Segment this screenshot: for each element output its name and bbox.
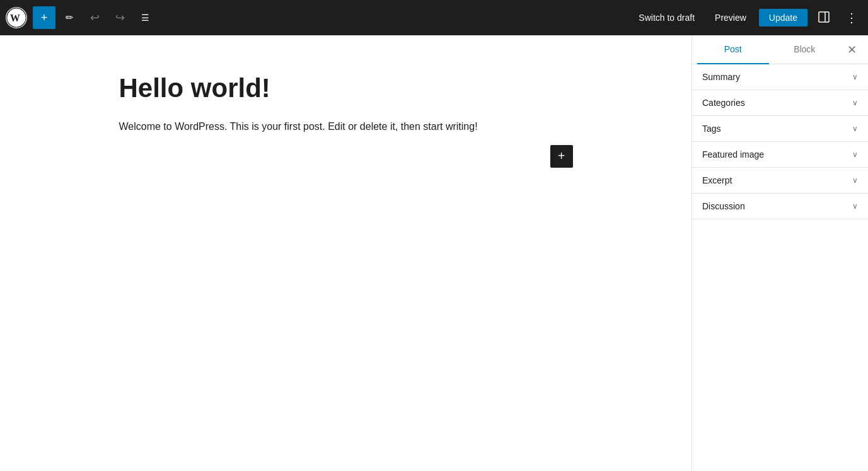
panel-summary: Summary ∨ <box>692 64 868 90</box>
panel-featured-image: Featured image ∨ <box>692 142 868 168</box>
sidebar-close-button[interactable]: ✕ <box>840 38 863 61</box>
undo-button[interactable]: ↩ <box>83 6 106 29</box>
panel-tags-header[interactable]: Tags ∨ <box>692 116 868 141</box>
panel-tags-chevron: ∨ <box>852 124 858 133</box>
redo-button[interactable]: ↪ <box>108 6 131 29</box>
panel-excerpt-title: Excerpt <box>702 175 732 185</box>
svg-rect-2 <box>819 12 829 22</box>
switch-to-draft-button[interactable]: Switch to draft <box>631 9 702 26</box>
panel-tags-title: Tags <box>702 124 721 134</box>
editor-content: Hello world! Welcome to WordPress. This … <box>119 73 573 433</box>
panel-excerpt: Excerpt ∨ <box>692 168 868 194</box>
sidebar-toggle-icon <box>818 11 830 25</box>
svg-text:W: W <box>10 13 20 23</box>
panel-discussion-chevron: ∨ <box>852 202 858 211</box>
panel-summary-title: Summary <box>702 72 740 82</box>
redo-icon: ↪ <box>115 11 125 25</box>
editor-area[interactable]: Hello world! Welcome to WordPress. This … <box>0 35 692 471</box>
sidebar: Post Block ✕ Summary ∨ Categories ∨ Tags… <box>692 35 868 471</box>
toolbar: W + ✏ ↩ ↪ ☰ Switch to draft Preview Upda… <box>0 0 868 35</box>
panel-tags: Tags ∨ <box>692 116 868 142</box>
add-block-button[interactable]: + <box>33 6 55 29</box>
main-layout: Hello world! Welcome to WordPress. This … <box>0 35 868 471</box>
post-body[interactable]: Welcome to WordPress. This is your first… <box>119 119 573 135</box>
panel-excerpt-chevron: ∨ <box>852 176 858 185</box>
tab-block[interactable]: Block <box>769 35 841 64</box>
panel-summary-chevron: ∨ <box>852 73 858 81</box>
panel-featured-image-chevron: ∨ <box>852 150 858 159</box>
preview-button[interactable]: Preview <box>707 9 754 26</box>
panel-discussion: Discussion ∨ <box>692 194 868 219</box>
panel-categories-chevron: ∨ <box>852 98 858 107</box>
panel-summary-header[interactable]: Summary ∨ <box>692 64 868 90</box>
close-icon: ✕ <box>847 43 857 57</box>
post-title[interactable]: Hello world! <box>119 73 573 103</box>
panel-excerpt-header[interactable]: Excerpt ∨ <box>692 168 868 193</box>
wp-logo[interactable]: W <box>5 6 28 29</box>
panel-categories-title: Categories <box>702 98 745 108</box>
panel-discussion-title: Discussion <box>702 201 745 211</box>
undo-icon: ↩ <box>90 11 100 25</box>
panel-categories: Categories ∨ <box>692 90 868 116</box>
inline-add-block-button[interactable]: + <box>550 145 573 168</box>
edit-tool-button[interactable]: ✏ <box>58 6 81 29</box>
list-view-icon: ☰ <box>141 13 149 23</box>
panel-discussion-header[interactable]: Discussion ∨ <box>692 194 868 219</box>
list-view-button[interactable]: ☰ <box>134 6 156 29</box>
pencil-icon: ✏ <box>66 12 74 23</box>
toolbar-right: Switch to draft Preview Update ⋮ <box>631 6 863 29</box>
update-button[interactable]: Update <box>759 9 807 26</box>
more-icon: ⋮ <box>845 10 858 25</box>
panel-featured-image-header[interactable]: Featured image ∨ <box>692 142 868 167</box>
more-options-button[interactable]: ⋮ <box>840 6 863 29</box>
tab-post[interactable]: Post <box>697 35 769 64</box>
panel-featured-image-title: Featured image <box>702 149 764 160</box>
panel-categories-header[interactable]: Categories ∨ <box>692 90 868 115</box>
sidebar-toggle-button[interactable] <box>813 6 835 29</box>
sidebar-tabs: Post Block ✕ <box>692 35 868 64</box>
